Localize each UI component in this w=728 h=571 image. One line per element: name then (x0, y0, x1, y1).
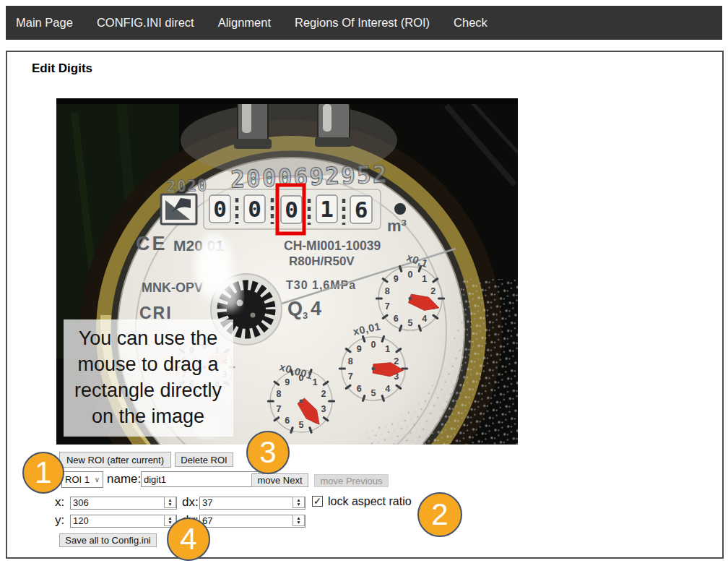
ce-mark: CE (136, 233, 168, 254)
svg-text:5: 5 (408, 318, 413, 328)
move-previous-button[interactable]: move Previous (314, 474, 389, 487)
dx-label: dx: (182, 495, 199, 510)
meter-photo-canvas[interactable]: 2020 2000692952 0 0 0 (56, 98, 518, 445)
svg-text:5: 5 (299, 420, 304, 430)
checkmark-icon: ✓ (313, 496, 322, 506)
nav-check[interactable]: Check (454, 16, 488, 30)
model-label: R80H/R50V (289, 254, 355, 268)
svg-text:6: 6 (285, 416, 290, 426)
svg-text:6: 6 (355, 197, 368, 223)
svg-text:8: 8 (348, 356, 353, 366)
svg-text:0: 0 (248, 196, 261, 222)
dx-input[interactable] (199, 497, 306, 510)
svg-text:2: 2 (321, 389, 326, 399)
svg-text:2: 2 (430, 286, 436, 296)
svg-text:0: 0 (285, 197, 298, 223)
svg-text:8: 8 (385, 286, 390, 296)
annotation-circle-4: 4 (167, 518, 210, 561)
nav-alignment[interactable]: Alignment (218, 16, 271, 30)
page-title: Edit Digits (32, 61, 92, 76)
roi-select-value: ROI 1 (65, 474, 90, 485)
svg-text:0: 0 (213, 196, 227, 222)
svg-text:7: 7 (348, 372, 353, 382)
annotation-circle-1: 1 (22, 452, 64, 494)
svg-text:4: 4 (385, 384, 390, 394)
move-next-button[interactable]: move Next (251, 473, 308, 487)
y-input[interactable] (70, 515, 177, 528)
svg-text:3: 3 (303, 310, 308, 321)
new-roi-button[interactable]: New ROI (after current) (59, 452, 171, 468)
dx-spinner[interactable]: ▲ ▼ (292, 497, 305, 508)
svg-text:3: 3 (321, 404, 326, 414)
brand-label: MNK-OPV (142, 280, 203, 295)
nav-config-ini[interactable]: CONFIG.INI direct (97, 16, 194, 30)
y-label: y: (55, 513, 64, 528)
svg-text:6: 6 (394, 314, 399, 324)
svg-text:on the image: on the image (92, 405, 204, 427)
svg-text:9: 9 (357, 344, 362, 354)
edit-digits-panel: Edit Digits (6, 51, 724, 559)
nav-roi[interactable]: Regions Of Interest (ROI) (295, 16, 430, 30)
counter-unit: m³ (387, 217, 407, 235)
roi-select[interactable]: ROI 1 ∨ (61, 471, 103, 488)
name-input[interactable] (141, 471, 259, 487)
svg-text:7: 7 (276, 404, 281, 414)
svg-text:7: 7 (385, 301, 390, 312)
spinner-down-icon[interactable]: ▼ (296, 502, 300, 507)
type-code-label: CH-MI001-10039 (284, 239, 381, 253)
svg-text:6: 6 (357, 384, 362, 394)
drag-hint-overlay: You can use the mouse to drag a rectangl… (64, 319, 233, 437)
svg-text:0: 0 (371, 340, 376, 350)
annotation-circle-3: 3 (246, 431, 290, 474)
svg-text:1: 1 (385, 344, 390, 354)
temp-pressure-label: T30 1,6MPa (286, 279, 356, 291)
svg-text:9: 9 (285, 377, 290, 387)
svg-text:5: 5 (371, 388, 376, 398)
lock-aspect-checkbox[interactable]: ✓ (312, 496, 323, 507)
annotation-circle-2: 2 (417, 492, 462, 537)
dy-input[interactable] (199, 515, 306, 528)
svg-text:1: 1 (313, 377, 318, 387)
chevron-down-icon: ∨ (95, 476, 100, 484)
serial-number: 2000692952 (230, 160, 389, 194)
delete-roi-button[interactable]: Delete ROI (175, 452, 233, 467)
x-spinner[interactable]: ▲ ▼ (164, 497, 176, 508)
save-config-button[interactable]: Save all to Config.ini (59, 533, 157, 547)
dy-spinner[interactable]: ▲ ▼ (292, 515, 305, 526)
svg-text:4: 4 (422, 314, 427, 324)
page: Main Page CONFIG.INI direct Alignment Re… (0, 0, 728, 571)
svg-text:1: 1 (422, 274, 427, 284)
x-label: x: (55, 495, 64, 510)
top-nav: Main Page CONFIG.INI direct Alignment Re… (6, 6, 722, 40)
lock-aspect-label: lock aspect ratio (328, 495, 412, 508)
nav-main-page[interactable]: Main Page (16, 16, 73, 30)
svg-text:9: 9 (394, 274, 399, 284)
meter-class-icon (161, 194, 196, 224)
spinner-down-icon[interactable]: ▼ (168, 502, 172, 507)
spinner-down-icon[interactable]: ▼ (296, 520, 300, 525)
x-input[interactable] (70, 497, 177, 510)
svg-text:4: 4 (311, 298, 321, 319)
counter-dot-icon (394, 203, 406, 215)
name-label: name: (107, 472, 141, 486)
svg-text:You can use the: You can use the (79, 327, 218, 349)
svg-text:0: 0 (408, 270, 413, 280)
svg-text:rectangle directly: rectangle directly (74, 379, 222, 401)
svg-text:1: 1 (320, 196, 334, 222)
svg-text:8: 8 (276, 389, 281, 399)
svg-text:mouse to drag a: mouse to drag a (77, 353, 219, 375)
serial-year: 2020 (166, 176, 208, 196)
